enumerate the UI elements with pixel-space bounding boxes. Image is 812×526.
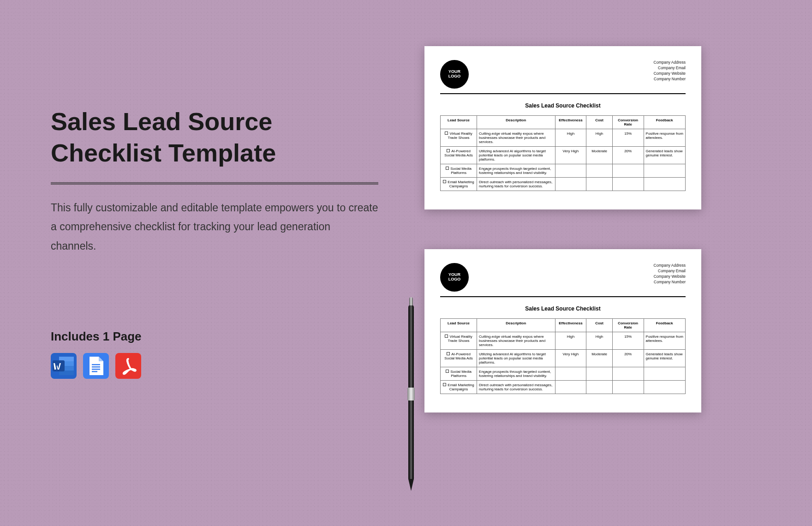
- cell-description: Utilizing advanced AI algorithms to targ…: [477, 350, 555, 367]
- cell-feedback: [644, 164, 685, 178]
- cell-description: Engage prospects through targeted conten…: [477, 367, 555, 381]
- cell-conversion: 20%: [612, 147, 644, 164]
- cell-source: AI-Powered Social Media Ads: [441, 350, 477, 367]
- cell-cost: [586, 381, 612, 394]
- pdf-icon: [115, 353, 141, 379]
- cell-cost: [586, 178, 612, 191]
- company-number: Company Number: [654, 280, 686, 285]
- svg-rect-10: [92, 369, 100, 370]
- cell-conversion: [612, 178, 644, 191]
- table-row: Email Marketing CampaignsDirect outreach…: [441, 178, 686, 191]
- checklist-table: Lead Source Description Effectiveness Co…: [440, 318, 686, 394]
- cell-cost: High: [586, 129, 612, 147]
- th-description: Description: [477, 319, 555, 332]
- doc-title: Sales Lead Source Checklist: [440, 305, 686, 312]
- cell-effectiveness: High: [555, 129, 586, 147]
- th-source: Lead Source: [441, 319, 477, 332]
- th-feedback: Feedback: [644, 319, 685, 332]
- cell-effectiveness: [555, 367, 586, 381]
- cell-description: Direct outreach with personalized messag…: [477, 178, 555, 191]
- th-conversion: Conversion Rate: [612, 116, 644, 129]
- th-cost: Cost: [586, 116, 612, 129]
- cell-description: Cutting-edge virtual reality expos where…: [477, 332, 555, 350]
- cell-source: Social Media Platforms: [441, 367, 477, 381]
- company-email: Company Email: [654, 269, 686, 274]
- svg-rect-11: [92, 371, 97, 372]
- cell-conversion: 20%: [612, 350, 644, 367]
- table-row: Social Media PlatformsEngage prospects t…: [441, 367, 686, 381]
- pen-decoration: [406, 305, 416, 480]
- cell-feedback: Generated leads show genuine interest.: [644, 147, 685, 164]
- checklist-table: Lead Source Description Effectiveness Co…: [440, 115, 686, 191]
- table-row: Virtual Reality Trade ShowsCutting-edge …: [441, 332, 686, 350]
- cell-cost: High: [586, 332, 612, 350]
- logo-placeholder: YOUR LOGO: [440, 263, 469, 292]
- cell-conversion: [612, 164, 644, 178]
- cell-source: Email Marketing Campaigns: [441, 381, 477, 394]
- cell-description: Utilizing advanced AI algorithms to targ…: [477, 147, 555, 164]
- cell-feedback: [644, 367, 685, 381]
- cell-feedback: [644, 178, 685, 191]
- cell-conversion: 15%: [612, 129, 644, 147]
- company-number: Company Number: [654, 77, 686, 82]
- cell-cost: [586, 367, 612, 381]
- company-address: Company Address: [654, 60, 686, 66]
- table-row: AI-Powered Social Media AdsUtilizing adv…: [441, 147, 686, 164]
- table-row: Virtual Reality Trade ShowsCutting-edge …: [441, 129, 686, 147]
- cell-source: Social Media Platforms: [441, 164, 477, 178]
- table-row: Social Media PlatformsEngage prospects t…: [441, 164, 686, 178]
- cell-source: AI-Powered Social Media Ads: [441, 147, 477, 164]
- cell-feedback: Positive response from attendees.: [644, 129, 685, 147]
- includes-label: Includes 1 Page: [51, 329, 378, 344]
- cell-effectiveness: [555, 164, 586, 178]
- cell-cost: Moderate: [586, 350, 612, 367]
- cell-conversion: [612, 381, 644, 394]
- svg-rect-8: [92, 364, 100, 365]
- cell-description: Cutting-edge virtual reality expos where…: [477, 129, 555, 147]
- doc-divider: [440, 296, 686, 297]
- company-address: Company Address: [654, 263, 686, 269]
- logo-text-2: LOGO: [448, 74, 461, 79]
- cell-feedback: Positive response from attendees.: [644, 332, 685, 350]
- gdocs-icon: [83, 353, 109, 379]
- cell-description: Engage prospects through targeted conten…: [477, 164, 555, 178]
- cell-cost: Moderate: [586, 147, 612, 164]
- cell-feedback: Generated leads show genuine interest.: [644, 350, 685, 367]
- company-info: Company Address Company Email Company We…: [654, 60, 686, 82]
- cell-effectiveness: [555, 381, 586, 394]
- cell-source: Email Marketing Campaigns: [441, 178, 477, 191]
- doc-divider: [440, 93, 686, 94]
- doc-title: Sales Lead Source Checklist: [440, 102, 686, 109]
- page-title: Sales Lead Source Checklist Template: [51, 106, 378, 168]
- company-website: Company Website: [654, 274, 686, 280]
- company-info: Company Address Company Email Company We…: [654, 263, 686, 285]
- th-conversion: Conversion Rate: [612, 319, 644, 332]
- format-icons-row: [51, 353, 378, 379]
- cell-description: Direct outreach with personalized messag…: [477, 381, 555, 394]
- cell-effectiveness: Very High: [555, 350, 586, 367]
- table-row: AI-Powered Social Media AdsUtilizing adv…: [441, 350, 686, 367]
- cell-effectiveness: [555, 178, 586, 191]
- cell-source: Virtual Reality Trade Shows: [441, 332, 477, 350]
- th-effectiveness: Effectiveness: [555, 319, 586, 332]
- table-body-2: Virtual Reality Trade ShowsCutting-edge …: [441, 332, 686, 394]
- table-row: Email Marketing CampaignsDirect outreach…: [441, 381, 686, 394]
- svg-rect-9: [92, 366, 100, 368]
- company-email: Company Email: [654, 66, 686, 71]
- cell-conversion: 15%: [612, 332, 644, 350]
- th-cost: Cost: [586, 319, 612, 332]
- document-preview-2: YOUR LOGO Company Address Company Email …: [424, 249, 701, 412]
- cell-source: Virtual Reality Trade Shows: [441, 129, 477, 147]
- th-description: Description: [477, 116, 555, 129]
- company-website: Company Website: [654, 71, 686, 77]
- cell-effectiveness: Very High: [555, 147, 586, 164]
- cell-conversion: [612, 367, 644, 381]
- th-feedback: Feedback: [644, 116, 685, 129]
- document-preview-1: YOUR LOGO Company Address Company Email …: [424, 46, 701, 209]
- logo-placeholder: YOUR LOGO: [440, 60, 469, 89]
- cell-feedback: [644, 381, 685, 394]
- logo-text-2: LOGO: [448, 277, 461, 282]
- cell-cost: [586, 164, 612, 178]
- word-icon: [51, 353, 77, 379]
- table-body-1: Virtual Reality Trade ShowsCutting-edge …: [441, 129, 686, 191]
